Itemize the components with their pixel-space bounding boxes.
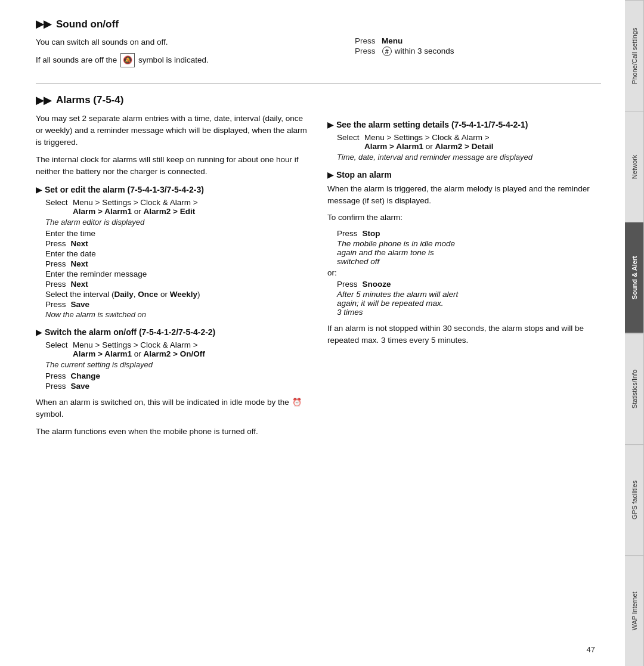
snooze-italic-block: After 5 minutes the alarm will alert aga…	[337, 290, 601, 317]
stop-para1: When the alarm is triggered, the alarm m…	[327, 183, 601, 207]
tab-gps-facilities[interactable]: GPS facilities	[625, 444, 644, 555]
snooze-italic3: 3 times	[337, 308, 363, 317]
alarms-left: You may set 2 separate alarm entries wit…	[36, 113, 309, 442]
set-edit-title-row: ▶ Set or edit the alarm (7-5-4-1-3/7-5-4…	[36, 185, 309, 194]
set-edit-arrow: ▶	[36, 185, 42, 194]
set-edit-title: Set or edit the alarm (7-5-4-1-3/7-5-4-2…	[45, 185, 204, 194]
or-row: or:	[327, 268, 601, 277]
alarm-clock-icon: ⏰	[292, 396, 302, 408]
main-content: ▶▶ Sound on/off You can switch all sound…	[0, 0, 625, 666]
sound-para2: If all sounds are off the 🔕 symbol is in…	[36, 53, 337, 67]
sound-para1: You can switch all sounds on and off.	[36, 36, 337, 48]
tab-network[interactable]: Network	[625, 111, 644, 222]
snooze-italic2: again; it will be repeated max.	[337, 299, 444, 308]
switch-select-label: Select	[45, 340, 69, 358]
alarms-arrow: ▶▶	[36, 94, 51, 107]
press-hash-label: Press	[355, 47, 376, 55]
alarms-right: ▶ See the alarm setting details (7-5-4-1…	[327, 113, 601, 442]
press-menu-value: Menu	[382, 36, 402, 45]
stop-italic3: switched off	[337, 257, 379, 266]
set-save-italic: Now the alarm is switched on	[45, 310, 309, 319]
see-select-path: Menu > Settings > Clock & Alarm > Alarm …	[364, 133, 493, 151]
sound-arrow: ▶▶	[36, 18, 51, 30]
tab-wap-internet[interactable]: WAP Internet	[625, 555, 644, 666]
press-hash-value: # within 3 seconds	[382, 47, 454, 56]
stop-title-row: ▶ Stop an alarm	[327, 170, 601, 179]
sidebar: Phone/Call settings Network Sound & Aler…	[625, 0, 644, 666]
enter-reminder-row: Enter the reminder message	[45, 270, 309, 278]
stop-title: Stop an alarm	[336, 170, 392, 179]
set-italic-note: The alarm editor is displayed	[45, 218, 309, 227]
hash-icon: #	[382, 47, 392, 56]
stop-para3: If an alarm is not stopped within 30 sec…	[327, 323, 601, 347]
switch-para4: The alarm functions even when the mobile…	[36, 426, 309, 438]
see-alarm-arrow: ▶	[327, 120, 333, 129]
sound-press-col: Press Menu Press # within 3 seconds	[355, 36, 601, 72]
tab-statistics-info[interactable]: Statistics/Info	[625, 333, 644, 444]
stop-italic2: again and the alarm tone is	[337, 248, 434, 257]
set-select-row: Select Menu > Settings > Clock & Alarm >…	[45, 198, 309, 216]
tab-phone-call-settings[interactable]: Phone/Call settings	[625, 0, 644, 111]
switch-press-change-row: Press Change	[45, 371, 309, 380]
enter-time-row: Enter the time	[45, 229, 309, 238]
see-select-row: Select Menu > Settings > Clock & Alarm >…	[337, 133, 601, 151]
interval-row: Select the interval (Daily, Once or Week…	[45, 290, 309, 299]
mute-symbol-icon: 🔕	[120, 53, 135, 67]
press-save-row: Press Save	[45, 300, 309, 309]
stop-italic-block: The mobile phone is in idle mode again a…	[337, 239, 601, 266]
alarms-title: ▶▶ Alarms (7-5-4)	[36, 94, 601, 107]
press-next1-row: Press Next	[45, 239, 309, 248]
press-menu-row: Press Menu	[355, 36, 601, 45]
see-select-label: Select	[337, 133, 361, 151]
press-hash-row: Press # within 3 seconds	[355, 47, 601, 56]
snooze-press-row: Press Snooze	[337, 280, 601, 289]
switch-title: Switch the alarm on/off (7-5-4-1-2/7-5-4…	[45, 327, 215, 337]
snooze-italic1: After 5 minutes the alarm will alert	[337, 290, 458, 299]
switch-arrow: ▶	[36, 328, 42, 337]
set-select-path: Menu > Settings > Clock & Alarm > Alarm …	[73, 198, 198, 216]
alarms-para2: The internal clock for alarms will still…	[36, 154, 309, 178]
stop-section: ▶ Stop an alarm When the alarm is trigge…	[327, 170, 601, 346]
sound-title: ▶▶ Sound on/off	[36, 18, 601, 30]
stop-arrow: ▶	[327, 171, 333, 179]
alarms-section: You may set 2 separate alarm entries wit…	[36, 113, 601, 442]
switch-press-save-row: Press Save	[45, 382, 309, 391]
stop-press-row: Press Stop	[337, 229, 601, 238]
see-italic: Time, date, interval and reminder messag…	[337, 153, 601, 162]
page-number: 47	[587, 645, 595, 654]
press-next2-row: Press Next	[45, 259, 309, 268]
see-alarm-title: See the alarm setting details (7-5-4-1-1…	[336, 120, 528, 129]
switch-para3: When an alarm is switched on, this will …	[36, 396, 309, 421]
set-select-label: Select	[45, 198, 69, 216]
press-menu-label: Press	[355, 36, 376, 45]
section-divider	[36, 83, 601, 83]
sound-text-col: You can switch all sounds on and off. If…	[36, 36, 337, 72]
press-next3-row: Press Next	[45, 280, 309, 289]
switch-select-path: Menu > Settings > Clock & Alarm > Alarm …	[73, 340, 205, 358]
tab-sound-alert[interactable]: Sound & Alert	[625, 222, 644, 333]
switch-italic: The current setting is displayed	[45, 360, 309, 369]
stop-italic1: The mobile phone is in idle mode	[337, 239, 455, 248]
sound-layout: You can switch all sounds on and off. If…	[36, 36, 601, 72]
switch-select-row: Select Menu > Settings > Clock & Alarm >…	[45, 340, 309, 358]
switch-title-row: ▶ Switch the alarm on/off (7-5-4-1-2/7-5…	[36, 327, 309, 337]
stop-para2: To confirm the alarm:	[327, 212, 601, 224]
see-alarm-title-row: ▶ See the alarm setting details (7-5-4-1…	[327, 120, 601, 129]
alarms-para1: You may set 2 separate alarm entries wit…	[36, 113, 309, 149]
enter-date-row: Enter the date	[45, 249, 309, 258]
